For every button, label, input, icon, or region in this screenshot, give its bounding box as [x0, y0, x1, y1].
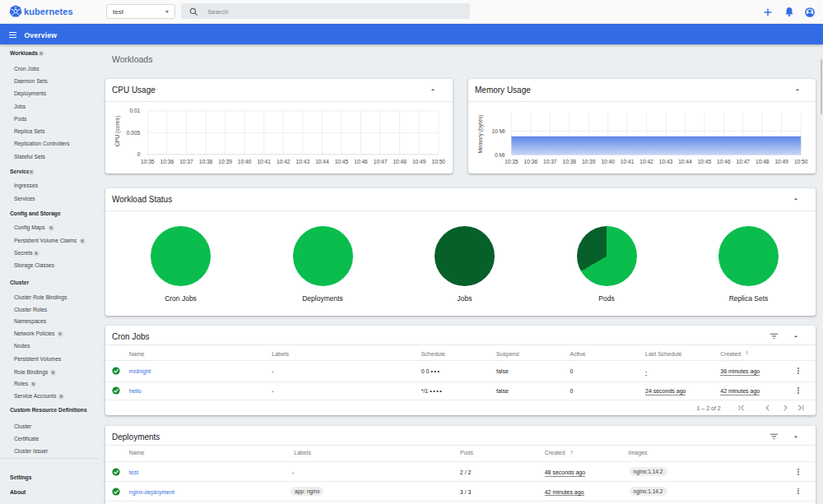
svg-text:10:45: 10:45: [335, 159, 349, 164]
svg-text:10:50: 10:50: [794, 159, 808, 164]
svg-text:10:35: 10:35: [504, 159, 518, 164]
svg-text:10 Mi: 10 Mi: [491, 128, 505, 134]
svg-text:10:47: 10:47: [374, 159, 388, 164]
svg-text:CPU (cores): CPU (cores): [114, 116, 121, 146]
svg-text:10:46: 10:46: [717, 159, 731, 164]
svg-text:10:35: 10:35: [141, 159, 155, 164]
svg-text:10:40: 10:40: [238, 159, 252, 164]
svg-text:10:48: 10:48: [756, 159, 770, 164]
svg-text:10:46: 10:46: [354, 159, 368, 164]
svg-text:0 Mi: 0 Mi: [495, 152, 505, 158]
svg-text:10:42: 10:42: [639, 159, 653, 164]
svg-text:10:41: 10:41: [621, 159, 635, 164]
svg-text:10:39: 10:39: [582, 159, 596, 164]
svg-text:10:43: 10:43: [296, 159, 310, 164]
svg-text:Memory (bytes): Memory (bytes): [477, 114, 484, 153]
svg-text:10:36: 10:36: [160, 159, 174, 164]
svg-text:10:42: 10:42: [277, 159, 291, 164]
svg-text:10:45: 10:45: [698, 159, 712, 164]
svg-text:10:41: 10:41: [257, 159, 271, 164]
svg-text:10:37: 10:37: [179, 159, 193, 164]
svg-text:10:43: 10:43: [659, 159, 673, 164]
svg-text:10:37: 10:37: [543, 159, 557, 164]
svg-text:10:49: 10:49: [774, 159, 788, 164]
svg-text:10:47: 10:47: [737, 159, 751, 164]
svg-text:10:44: 10:44: [315, 159, 329, 164]
svg-text:10:39: 10:39: [218, 159, 232, 164]
svg-text:0.005: 0.005: [127, 130, 141, 136]
svg-text:10:44: 10:44: [678, 159, 692, 164]
svg-text:0: 0: [137, 151, 141, 157]
svg-text:10:50: 10:50: [432, 159, 446, 164]
svg-text:10:38: 10:38: [199, 159, 213, 164]
svg-text:0.01: 0.01: [129, 108, 140, 113]
svg-text:10:48: 10:48: [393, 159, 407, 164]
svg-text:10:49: 10:49: [412, 159, 426, 164]
svg-text:10:40: 10:40: [601, 159, 615, 164]
svg-text:10:36: 10:36: [524, 159, 538, 164]
svg-text:10:38: 10:38: [562, 159, 576, 164]
